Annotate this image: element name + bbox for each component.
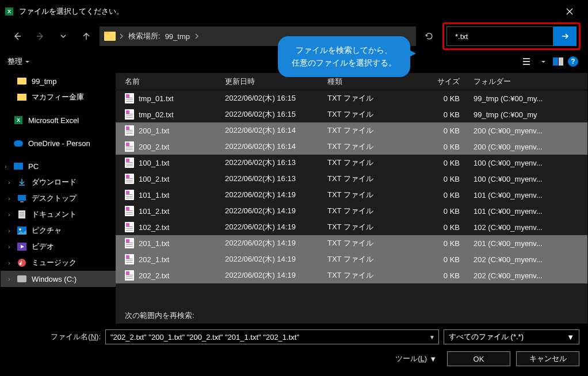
help-icon: ? bbox=[568, 56, 578, 67]
file-folder: 102 (C:¥00_myenv... bbox=[469, 223, 587, 232]
file-type: TXT ファイル bbox=[327, 190, 411, 200]
navigation-pane[interactable]: 99_tmpマカフィー金庫XMicrosoft ExcelOneDrive - … bbox=[1, 73, 116, 324]
cancel-button[interactable]: キャンセル bbox=[516, 351, 579, 366]
expand-caret-icon[interactable]: › bbox=[6, 228, 12, 234]
col-size[interactable]: サイズ bbox=[411, 76, 469, 87]
file-type: TXT ファイル bbox=[327, 93, 411, 103]
sidebar-item[interactable]: ›ダウンロード bbox=[1, 174, 116, 190]
svg-rect-1 bbox=[523, 58, 530, 59]
expand-caret-icon[interactable]: › bbox=[6, 212, 12, 218]
file-row[interactable]: 201_1.txt2022/06/02(木) 14:19TXT ファイル0 KB… bbox=[116, 235, 587, 251]
search-go-button[interactable] bbox=[553, 26, 576, 46]
view-options-button[interactable] bbox=[521, 54, 536, 69]
file-type-filter[interactable]: すべてのファイル (*.*) ▼ bbox=[444, 329, 579, 344]
file-name: 100_1.txt bbox=[139, 159, 170, 167]
sidebar-item[interactable]: XMicrosoft Excel bbox=[1, 112, 116, 128]
file-type: TXT ファイル bbox=[327, 270, 411, 281]
file-name: tmp_01.txt bbox=[139, 94, 174, 103]
file-row[interactable]: 202_1.txt2022/06/02(木) 14:19TXT ファイル0 KB… bbox=[116, 251, 587, 267]
view-dropdown[interactable] bbox=[536, 54, 551, 69]
file-row[interactable]: 101_1.txt2022/06/02(木) 14:19TXT ファイル0 KB… bbox=[116, 187, 587, 203]
file-row[interactable]: tmp_01.txt2022/06/02(木) 16:15TXT ファイル0 K… bbox=[116, 90, 587, 106]
file-row[interactable]: 102_2.txt2022/06/02(木) 14:19TXT ファイル0 KB… bbox=[116, 219, 587, 235]
expand-caret-icon[interactable]: › bbox=[6, 179, 12, 186]
preview-pane-button[interactable] bbox=[551, 54, 566, 69]
search-input[interactable] bbox=[454, 32, 553, 41]
file-row[interactable]: 101_2.txt2022/06/02(木) 14:19TXT ファイル0 KB… bbox=[116, 203, 587, 219]
forward-button[interactable] bbox=[30, 26, 50, 46]
sidebar-item-label: PC bbox=[28, 162, 39, 171]
file-row[interactable]: 200_1.txt2022/06/02(木) 16:14TXT ファイル0 KB… bbox=[116, 122, 587, 139]
file-row[interactable]: tmp_02.txt2022/06/02(木) 16:15TXT ファイル0 K… bbox=[116, 106, 587, 122]
search-field[interactable] bbox=[446, 26, 553, 46]
file-folder: 99_tmp (C:¥00_my... bbox=[469, 94, 587, 103]
file-name: 101_2.txt bbox=[139, 207, 170, 216]
sidebar-item-label: ビデオ bbox=[32, 241, 54, 252]
file-name: 101_1.txt bbox=[139, 191, 170, 199]
doc-icon bbox=[17, 209, 27, 220]
file-rows[interactable]: tmp_01.txt2022/06/02(木) 16:15TXT ファイル0 K… bbox=[116, 90, 587, 308]
expand-caret-icon[interactable]: › bbox=[6, 244, 12, 250]
expand-caret-icon[interactable]: › bbox=[6, 276, 12, 282]
sidebar-item[interactable]: ›ピクチャ bbox=[1, 222, 116, 239]
folder-icon bbox=[17, 76, 27, 86]
help-button[interactable]: ? bbox=[566, 54, 581, 69]
sidebar-item[interactable]: ›ドキュメント bbox=[1, 206, 116, 222]
sidebar-item[interactable]: ›Windows (C:) bbox=[1, 271, 116, 287]
callout-line2: 任意のファイルを選択する。 bbox=[292, 57, 396, 70]
file-size: 0 KB bbox=[411, 223, 469, 232]
sidebar-item-label: ダウンロード bbox=[32, 177, 77, 187]
col-folder[interactable]: フォルダー bbox=[469, 76, 587, 87]
file-name: 201_1.txt bbox=[139, 239, 170, 248]
svg-point-15 bbox=[18, 259, 26, 267]
refresh-button[interactable] bbox=[419, 26, 439, 46]
up-button[interactable] bbox=[77, 26, 96, 46]
file-size: 0 KB bbox=[411, 159, 469, 167]
file-date: 2022/06/02(木) 14:19 bbox=[225, 206, 327, 216]
file-size: 0 KB bbox=[411, 126, 469, 135]
txt-file-icon bbox=[125, 174, 134, 184]
file-row[interactable]: 202_2.txt2022/06/02(木) 14:19TXT ファイル0 KB… bbox=[116, 267, 587, 283]
expand-caret-icon[interactable]: › bbox=[6, 195, 12, 202]
chevron-down-icon[interactable]: ▼ bbox=[567, 333, 574, 342]
search-again-bar: 次の範囲内を再検索: bbox=[116, 308, 587, 324]
file-row[interactable]: 100_1.txt2022/06/02(木) 16:13TXT ファイル0 KB… bbox=[116, 155, 587, 171]
organize-menu[interactable]: 整理 bbox=[7, 56, 30, 67]
file-type: TXT ファイル bbox=[327, 109, 411, 120]
file-folder: 101 (C:¥00_myenv... bbox=[469, 191, 587, 199]
filename-row: ファイル名(N): ▼ すべてのファイル (*.*) ▼ bbox=[9, 329, 579, 344]
col-type[interactable]: 種類 bbox=[327, 76, 411, 87]
sidebar-item[interactable]: ›デスクトップ bbox=[1, 190, 116, 206]
col-name[interactable]: 名前 bbox=[116, 76, 225, 87]
chevron-down-icon[interactable]: ▼ bbox=[426, 334, 435, 340]
sidebar-item[interactable]: 99_tmp bbox=[1, 73, 116, 89]
chevron-down-icon bbox=[60, 33, 67, 40]
expand-caret-icon[interactable]: › bbox=[6, 260, 12, 266]
button-row: ツール(L) ▼ OK キャンセル bbox=[9, 351, 579, 366]
file-size: 0 KB bbox=[411, 110, 469, 119]
file-row[interactable]: 100_2.txt2022/06/02(木) 16:13TXT ファイル0 KB… bbox=[116, 171, 587, 187]
sidebar-item[interactable]: マカフィー金庫 bbox=[1, 89, 116, 105]
back-button[interactable] bbox=[7, 26, 27, 46]
txt-file-icon bbox=[125, 222, 134, 232]
expand-caret-icon[interactable]: › bbox=[3, 163, 9, 170]
filename-combo[interactable]: ▼ bbox=[105, 329, 439, 344]
onedrive-icon bbox=[13, 138, 24, 148]
tools-menu[interactable]: ツール(L) ▼ bbox=[395, 354, 437, 364]
ok-button[interactable]: OK bbox=[447, 351, 510, 366]
file-name: 200_1.txt bbox=[139, 126, 170, 135]
excel-icon: X bbox=[13, 115, 24, 125]
col-date[interactable]: 更新日時 bbox=[225, 76, 327, 87]
sidebar-item[interactable]: ›ビデオ bbox=[1, 239, 116, 255]
sidebar-item[interactable]: ›ミュージック bbox=[1, 255, 116, 271]
video-icon bbox=[17, 241, 27, 252]
file-name: 200_2.txt bbox=[139, 143, 170, 151]
sidebar-item[interactable]: ›PC bbox=[1, 158, 116, 174]
filename-input[interactable] bbox=[109, 332, 426, 342]
close-button[interactable] bbox=[556, 1, 583, 22]
file-type: TXT ファイル bbox=[327, 238, 411, 248]
sidebar-item[interactable]: OneDrive - Person bbox=[1, 135, 116, 151]
excel-app-icon: X bbox=[5, 7, 13, 16]
file-row[interactable]: 200_2.txt2022/06/02(木) 16:14TXT ファイル0 KB… bbox=[116, 139, 587, 155]
recent-locations-button[interactable] bbox=[54, 26, 73, 46]
